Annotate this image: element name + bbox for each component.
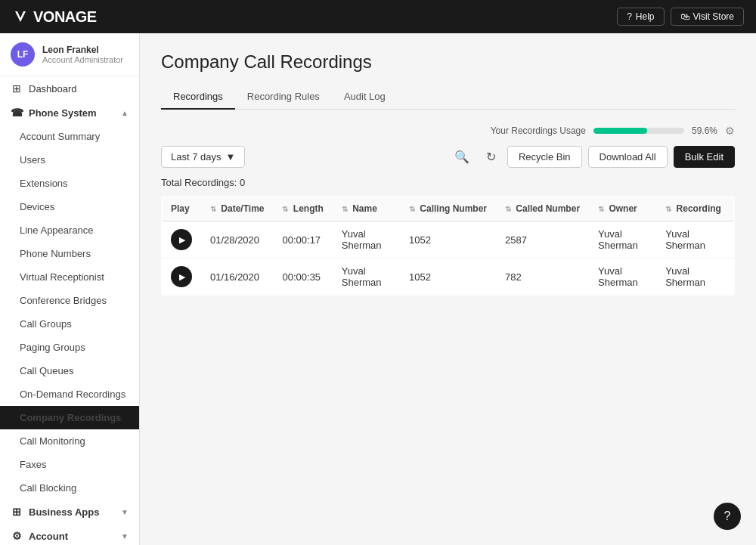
help-icon: ?: [627, 11, 632, 22]
sidebar-item-faxes[interactable]: Faxes: [0, 453, 139, 476]
sidebar-item-call-groups[interactable]: Call Groups: [0, 312, 139, 336]
usage-pct: 59.6%: [692, 125, 717, 136]
col-calling-number[interactable]: ⇅ Calling Number: [400, 197, 496, 221]
tab-audit-log[interactable]: Audit Log: [332, 85, 398, 110]
usage-settings-icon[interactable]: ⚙: [725, 125, 735, 137]
usage-bar-row: Your Recordings Usage 59.6% ⚙: [161, 125, 735, 137]
cell-calledNumber: 2587: [496, 221, 589, 259]
user-role: Account Administrator: [42, 55, 123, 64]
table-body: ▶01/28/202000:00:17Yuval Sherman10522587…: [162, 221, 735, 296]
sidebar-section-phone-system[interactable]: ☎ Phone System ▲: [0, 101, 139, 125]
col-play: Play: [162, 197, 202, 221]
phone-system-icon: ☎: [11, 107, 23, 119]
sidebar-item-call-monitoring[interactable]: Call Monitoring: [0, 429, 139, 453]
sort-recording-icon: ⇅: [665, 205, 671, 213]
sidebar-item-extensions[interactable]: Extensions: [0, 172, 139, 195]
vonage-v-icon: [12, 8, 29, 25]
sidebar-item-call-blocking[interactable]: Call Blocking: [0, 476, 139, 500]
avatar: LF: [11, 42, 35, 67]
top-nav-actions: ? Help 🛍 Visit Store: [617, 8, 744, 26]
search-icon: 🔍: [454, 150, 469, 163]
cell-dateTime: 01/28/2020: [201, 221, 273, 259]
sidebar: LF Leon Frankel Account Administrator ⊞ …: [0, 33, 140, 545]
recordings-table: Play ⇅ Date/Time ⇅ Length ⇅ Name: [161, 196, 735, 296]
account-icon: ⚙: [11, 530, 23, 542]
search-button[interactable]: 🔍: [449, 146, 475, 168]
cell-length: 00:00:35: [273, 259, 332, 296]
phone-system-chevron: ▲: [121, 109, 129, 117]
sidebar-item-call-queues[interactable]: Call Queues: [0, 359, 139, 382]
user-profile-area: LF Leon Frankel Account Administrator: [0, 33, 139, 76]
dashboard-icon: ⊞: [11, 82, 23, 94]
sidebar-section-account[interactable]: ⚙ Account ▼: [0, 524, 139, 545]
visit-store-button[interactable]: 🛍 Visit Store: [671, 8, 744, 26]
phone-system-subitems: Account SummaryUsersExtensionsDevicesLin…: [0, 125, 139, 500]
cell-recording: Yuval Sherman: [656, 259, 734, 296]
date-filter-chevron-icon: ▼: [226, 151, 236, 163]
col-name[interactable]: ⇅ Name: [333, 197, 400, 221]
tabs-bar: Recordings Recording Rules Audit Log: [161, 85, 735, 110]
download-all-button[interactable]: Download All: [588, 146, 668, 168]
logo-area: VONAGE: [12, 8, 97, 26]
sidebar-item-account-summary[interactable]: Account Summary: [0, 125, 139, 148]
cell-name: Yuval Sherman: [333, 259, 400, 296]
date-filter-label: Last 7 days: [171, 151, 222, 163]
account-chevron: ▼: [121, 532, 129, 540]
sidebar-item-conference-bridges[interactable]: Conference Bridges: [0, 289, 139, 312]
main-content: Company Call Recordings Recordings Recor…: [140, 33, 756, 545]
help-fab-icon: ?: [724, 509, 731, 523]
toolbar-row: Last 7 days ▼ 🔍 ↻ Recycle Bin Download A…: [161, 146, 735, 168]
sidebar-item-paging-groups[interactable]: Paging Groups: [0, 336, 139, 359]
help-fab-button[interactable]: ?: [714, 503, 741, 530]
store-icon: 🛍: [680, 11, 689, 22]
cell-owner: Yuval Sherman: [589, 259, 656, 296]
col-called-number[interactable]: ⇅ Called Number: [496, 197, 589, 221]
table-row: ▶01/16/202000:00:35Yuval Sherman1052782Y…: [162, 259, 735, 296]
refresh-button[interactable]: ↻: [481, 146, 501, 168]
recycle-bin-button[interactable]: Recycle Bin: [507, 146, 582, 168]
tab-recording-rules[interactable]: Recording Rules: [235, 85, 332, 110]
col-owner[interactable]: ⇅ Owner: [589, 197, 656, 221]
sidebar-item-devices[interactable]: Devices: [0, 195, 139, 218]
sort-calling-icon: ⇅: [409, 205, 415, 213]
business-apps-icon: ⊞: [11, 506, 23, 518]
top-navigation: VONAGE ? Help 🛍 Visit Store: [0, 0, 756, 33]
business-apps-chevron: ▼: [121, 508, 129, 516]
table-header: Play ⇅ Date/Time ⇅ Length ⇅ Name: [162, 197, 735, 221]
play-icon: ▶: [179, 235, 185, 245]
sidebar-item-company-recordings[interactable]: Company Recordings: [0, 406, 139, 429]
sort-datetime-icon: ⇅: [210, 205, 216, 213]
date-filter-button[interactable]: Last 7 days ▼: [161, 146, 245, 168]
total-recordings-label: Total Recordings: 0: [161, 177, 735, 188]
user-info: Leon Frankel Account Administrator: [42, 45, 123, 64]
usage-bar-fill: [593, 128, 648, 134]
help-button[interactable]: ? Help: [617, 8, 664, 26]
table-row: ▶01/28/202000:00:17Yuval Sherman10522587…: [162, 221, 735, 259]
sidebar-item-users[interactable]: Users: [0, 148, 139, 172]
cell-callingNumber: 1052: [400, 221, 496, 259]
tab-recordings[interactable]: Recordings: [161, 85, 235, 110]
play-button-1[interactable]: ▶: [171, 266, 192, 287]
col-datetime[interactable]: ⇅ Date/Time: [201, 197, 273, 221]
sidebar-item-dashboard[interactable]: ⊞ Dashboard: [0, 76, 139, 101]
bulk-edit-button[interactable]: Bulk Edit: [674, 146, 735, 168]
cell-name: Yuval Sherman: [333, 221, 400, 259]
usage-label: Your Recordings Usage: [491, 125, 586, 136]
play-button-0[interactable]: ▶: [171, 229, 192, 250]
sidebar-item-virtual-receptionist[interactable]: Virtual Receptionist: [0, 265, 139, 289]
sidebar-section-business-apps[interactable]: ⊞ Business Apps ▼: [0, 500, 139, 524]
toolbar-right: 🔍 ↻ Recycle Bin Download All Bulk Edit: [449, 146, 735, 168]
user-name: Leon Frankel: [42, 45, 123, 55]
sidebar-item-on-demand-recordings[interactable]: On-Demand Recordings: [0, 382, 139, 406]
sort-length-icon: ⇅: [282, 205, 288, 213]
sidebar-item-line-appearance[interactable]: Line Appearance: [0, 218, 139, 242]
play-icon: ▶: [179, 272, 185, 282]
vonage-logo-text: VONAGE: [33, 8, 97, 26]
cell-calledNumber: 782: [496, 259, 589, 296]
col-length[interactable]: ⇅ Length: [273, 197, 332, 221]
sort-called-icon: ⇅: [505, 205, 511, 213]
cell-dateTime: 01/16/2020: [201, 259, 273, 296]
toolbar-left: Last 7 days ▼: [161, 146, 245, 168]
sidebar-item-phone-numbers[interactable]: Phone Numbers: [0, 242, 139, 265]
col-recording[interactable]: ⇅ Recording: [656, 197, 734, 221]
